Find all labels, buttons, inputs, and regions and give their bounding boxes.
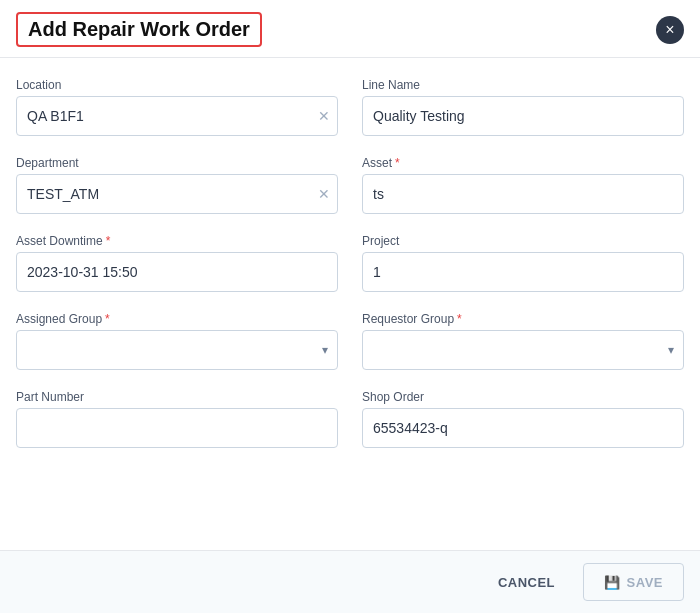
location-input[interactable] — [16, 96, 338, 136]
assigned-group-select-wrapper: ▾ — [16, 330, 338, 370]
save-icon: 💾 — [604, 575, 621, 590]
department-group: Department ✕ — [16, 156, 338, 214]
add-repair-work-order-modal: Add Repair Work Order × Location ✕ Line … — [0, 0, 700, 613]
form-row-4: Assigned Group * ▾ Requestor Group * — [16, 312, 684, 370]
form-row-3: Asset Downtime * Project — [16, 234, 684, 292]
asset-input[interactable] — [362, 174, 684, 214]
line-name-label: Line Name — [362, 78, 684, 92]
requestor-group-required-star: * — [457, 312, 462, 326]
asset-downtime-input[interactable] — [16, 252, 338, 292]
part-number-input[interactable] — [16, 408, 338, 448]
form-row-1: Location ✕ Line Name — [16, 78, 684, 136]
location-group: Location ✕ — [16, 78, 338, 136]
modal-title: Add Repair Work Order — [16, 12, 262, 47]
requestor-group-label: Requestor Group * — [362, 312, 684, 326]
form-row-2: Department ✕ Asset * — [16, 156, 684, 214]
shop-order-input[interactable] — [362, 408, 684, 448]
shop-order-group: Shop Order — [362, 390, 684, 448]
department-input-wrapper: ✕ — [16, 174, 338, 214]
assigned-group-required-star: * — [105, 312, 110, 326]
asset-downtime-required-star: * — [106, 234, 111, 248]
asset-group: Asset * — [362, 156, 684, 214]
project-group: Project — [362, 234, 684, 292]
assigned-group-label: Assigned Group * — [16, 312, 338, 326]
assigned-group-group: Assigned Group * ▾ — [16, 312, 338, 370]
save-button[interactable]: 💾 SAVE — [583, 563, 684, 601]
project-input[interactable] — [362, 252, 684, 292]
line-name-input[interactable] — [362, 96, 684, 136]
asset-label: Asset * — [362, 156, 684, 170]
asset-required-star: * — [395, 156, 400, 170]
line-name-group: Line Name — [362, 78, 684, 136]
modal-body: Location ✕ Line Name Department ✕ — [0, 58, 700, 550]
shop-order-label: Shop Order — [362, 390, 684, 404]
asset-downtime-label: Asset Downtime * — [16, 234, 338, 248]
part-number-group: Part Number — [16, 390, 338, 448]
department-label: Department — [16, 156, 338, 170]
location-label: Location — [16, 78, 338, 92]
form-row-5: Part Number Shop Order — [16, 390, 684, 448]
project-label: Project — [362, 234, 684, 248]
requestor-group-group: Requestor Group * ▾ — [362, 312, 684, 370]
cancel-button[interactable]: CANCEL — [478, 563, 575, 601]
asset-downtime-group: Asset Downtime * — [16, 234, 338, 292]
location-input-wrapper: ✕ — [16, 96, 338, 136]
department-clear-button[interactable]: ✕ — [318, 186, 330, 202]
assigned-group-select[interactable] — [16, 330, 338, 370]
requestor-group-select-wrapper: ▾ — [362, 330, 684, 370]
close-button[interactable]: × — [656, 16, 684, 44]
part-number-label: Part Number — [16, 390, 338, 404]
requestor-group-select[interactable] — [362, 330, 684, 370]
modal-footer: CANCEL 💾 SAVE — [0, 550, 700, 613]
department-input[interactable] — [16, 174, 338, 214]
location-clear-button[interactable]: ✕ — [318, 108, 330, 124]
modal-header: Add Repair Work Order × — [0, 0, 700, 58]
